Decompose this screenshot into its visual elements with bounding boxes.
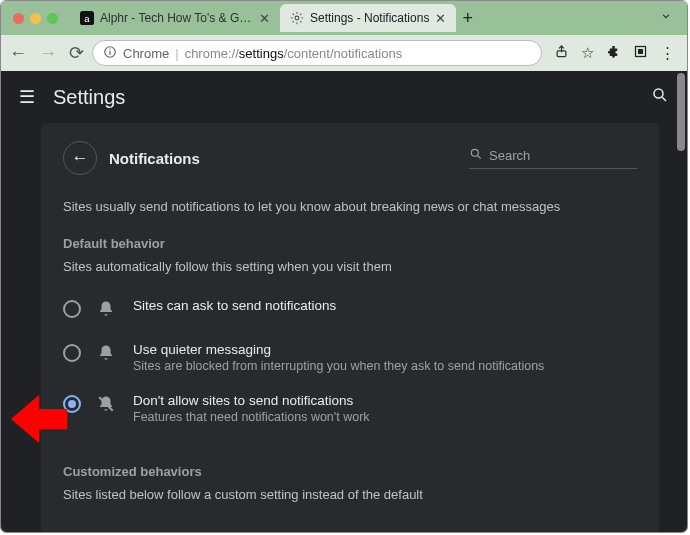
close-tab-icon[interactable]: ✕ <box>259 11 270 26</box>
page-title: Notifications <box>109 150 457 167</box>
close-tab-icon[interactable]: ✕ <box>435 11 446 26</box>
minimize-window-button[interactable] <box>30 13 41 24</box>
scrollbar-thumb[interactable] <box>677 73 685 151</box>
browser-tab-settings[interactable]: Settings - Notifications ✕ <box>280 4 456 32</box>
url-separator: | <box>175 46 178 61</box>
hamburger-menu-icon[interactable]: ☰ <box>19 86 35 108</box>
svg-rect-5 <box>109 48 110 49</box>
url-scheme-label: Chrome <box>123 46 169 61</box>
share-icon[interactable] <box>554 44 569 62</box>
bell-icon <box>97 300 117 322</box>
settings-favicon <box>290 11 304 25</box>
radio-button[interactable] <box>63 344 81 362</box>
svg-text:a: a <box>84 13 90 24</box>
new-tab-button[interactable]: + <box>462 9 473 27</box>
app-title: Settings <box>53 86 651 109</box>
option-title: Use quieter messaging <box>133 342 637 357</box>
close-window-button[interactable] <box>13 13 24 24</box>
option-quieter-messaging[interactable]: Use quieter messaging Sites are blocked … <box>63 332 637 383</box>
option-dont-allow[interactable]: Don't allow sites to send notifications … <box>63 383 637 434</box>
search-icon[interactable] <box>651 86 669 109</box>
option-subtext: Sites are blocked from interrupting you … <box>133 359 637 373</box>
menu-icon[interactable]: ⋮ <box>660 44 675 62</box>
settings-app-bar: ☰ Settings <box>1 71 687 123</box>
account-icon[interactable] <box>633 44 648 62</box>
tab-title: Alphr - Tech How To's & Guide <box>100 11 253 25</box>
window-controls[interactable] <box>13 13 58 24</box>
url-path: /content/notifications <box>284 46 403 61</box>
svg-rect-8 <box>638 49 643 54</box>
option-sites-can-ask[interactable]: Sites can ask to send notifications <box>63 288 637 332</box>
reload-icon[interactable]: ⟳ <box>69 42 84 64</box>
browser-tab-alphr[interactable]: a Alphr - Tech How To's & Guide ✕ <box>70 4 280 32</box>
site-info-icon[interactable] <box>103 45 117 62</box>
option-title: Sites can ask to send notifications <box>133 298 637 313</box>
vertical-scrollbar[interactable] <box>677 71 685 532</box>
zoom-window-button[interactable] <box>47 13 58 24</box>
svg-point-9 <box>654 89 663 98</box>
bell-icon <box>97 344 117 366</box>
option-subtext: Features that need notifications won't w… <box>133 410 637 424</box>
settings-card: ← Notifications Sites usually send notif… <box>41 123 659 532</box>
alphr-favicon: a <box>80 11 94 25</box>
page-description: Sites usually send notifications to let … <box>63 199 637 214</box>
forward-icon: → <box>39 43 57 64</box>
browser-tab-strip: a Alphr - Tech How To's & Guide ✕ Settin… <box>1 1 687 35</box>
bookmark-icon[interactable]: ☆ <box>581 44 594 62</box>
radio-button[interactable] <box>63 300 81 318</box>
option-title: Don't allow sites to send notifications <box>133 393 637 408</box>
tabs-dropdown-icon[interactable] <box>659 9 673 27</box>
page-viewport: ☰ Settings ← Notifications Sites usually… <box>1 71 687 532</box>
customized-behaviors-heading: Customized behaviors <box>63 464 637 479</box>
svg-rect-4 <box>109 50 110 54</box>
address-bar[interactable]: Chrome | chrome://settings/content/notif… <box>92 40 542 66</box>
browser-toolbar: ← → ⟳ Chrome | chrome://settings/content… <box>1 35 687 71</box>
customized-behaviors-subtext: Sites listed below follow a custom setti… <box>63 487 637 502</box>
bell-off-icon <box>97 395 117 417</box>
svg-point-10 <box>471 149 478 156</box>
extensions-icon[interactable] <box>606 44 621 62</box>
default-behavior-heading: Default behavior <box>63 236 637 251</box>
url-prefix: chrome:// <box>185 46 239 61</box>
radio-button[interactable] <box>63 395 81 413</box>
back-icon[interactable]: ← <box>9 43 27 64</box>
back-button[interactable]: ← <box>63 141 97 175</box>
url-host: settings <box>239 46 284 61</box>
tab-title: Settings - Notifications <box>310 11 429 25</box>
svg-point-2 <box>295 16 299 20</box>
page-search[interactable] <box>469 147 637 169</box>
default-behavior-subtext: Sites automatically follow this setting … <box>63 259 637 274</box>
search-icon <box>469 147 483 164</box>
page-search-input[interactable] <box>489 148 637 163</box>
